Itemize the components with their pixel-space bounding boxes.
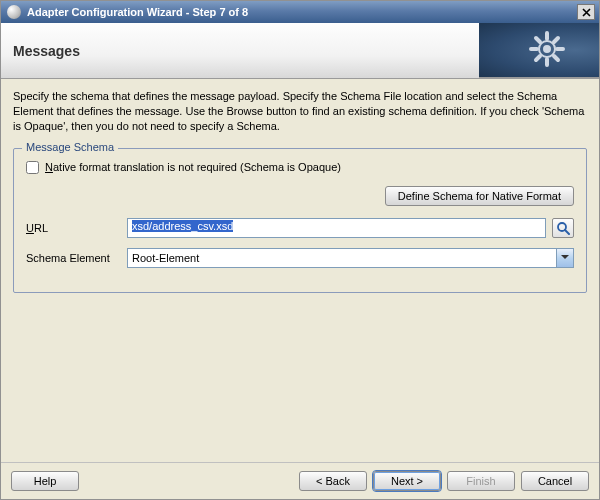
opaque-label[interactable]: Native format translation is not require… xyxy=(45,161,341,173)
message-schema-group: Message Schema Native format translation… xyxy=(13,148,587,293)
dropdown-arrow-button[interactable] xyxy=(556,249,573,267)
page-title: Messages xyxy=(13,43,80,59)
content-area: Specify the schema that defines the mess… xyxy=(1,79,599,462)
url-label: URL xyxy=(26,222,121,234)
wizard-header: Messages xyxy=(1,23,599,79)
next-button[interactable]: Next > xyxy=(373,471,441,491)
close-icon xyxy=(582,8,591,17)
app-icon xyxy=(7,5,21,19)
description-text: Specify the schema that defines the mess… xyxy=(13,89,587,134)
back-button[interactable]: < Back xyxy=(299,471,367,491)
svg-point-1 xyxy=(544,46,550,52)
define-row: Define Schema for Native Format xyxy=(26,186,574,206)
opaque-checkbox[interactable] xyxy=(26,161,39,174)
url-input[interactable]: xsd/address_csv.xsd xyxy=(127,218,546,238)
schema-element-dropdown[interactable]: Root-Element xyxy=(127,248,574,268)
browse-button[interactable] xyxy=(552,218,574,238)
schema-element-label: Schema Element xyxy=(26,252,121,264)
url-row: URL xsd/address_csv.xsd xyxy=(26,218,574,238)
cancel-button[interactable]: Cancel xyxy=(521,471,589,491)
schema-element-row: Schema Element Root-Element xyxy=(26,248,574,268)
window-title: Adapter Configuration Wizard - Step 7 of… xyxy=(27,6,577,18)
chevron-down-icon xyxy=(561,255,569,260)
opaque-row: Native format translation is not require… xyxy=(26,161,574,174)
gear-icon xyxy=(525,27,569,71)
header-graphic xyxy=(479,23,599,78)
wizard-window: Adapter Configuration Wizard - Step 7 of… xyxy=(0,0,600,500)
titlebar: Adapter Configuration Wizard - Step 7 of… xyxy=(1,1,599,23)
finish-button: Finish xyxy=(447,471,515,491)
define-schema-button[interactable]: Define Schema for Native Format xyxy=(385,186,574,206)
help-button[interactable]: Help xyxy=(11,471,79,491)
dropdown-value: Root-Element xyxy=(132,252,199,264)
wizard-footer: Help < Back Next > Finish Cancel xyxy=(1,462,599,499)
close-button[interactable] xyxy=(577,4,595,20)
group-legend: Message Schema xyxy=(22,141,118,153)
search-icon xyxy=(556,221,570,235)
svg-line-3 xyxy=(565,230,569,234)
